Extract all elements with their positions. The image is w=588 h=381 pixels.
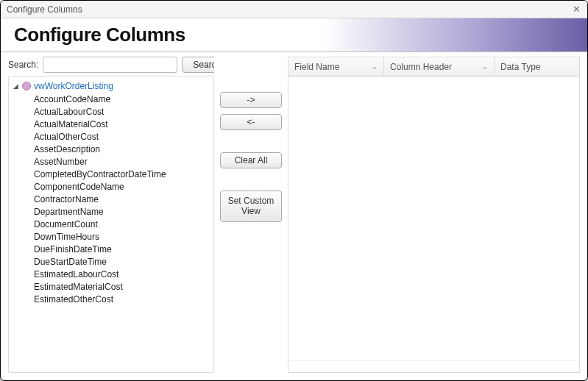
- tree-item[interactable]: ComponentCodeName: [34, 180, 213, 193]
- set-custom-view-button[interactable]: Set Custom View: [220, 190, 282, 222]
- search-row: Search: Search: [8, 57, 214, 73]
- dialog-window: Configure Columns ✕ Configure Columns Se…: [0, 0, 588, 381]
- column-header-data-type[interactable]: Data Type: [495, 57, 579, 76]
- column-header-label: Field Name: [294, 62, 339, 72]
- remove-column-button[interactable]: <-: [220, 114, 282, 130]
- entity-icon: [22, 82, 31, 90]
- grid-body[interactable]: [288, 76, 579, 360]
- column-header-label: Column Header: [390, 62, 452, 72]
- add-column-button[interactable]: ->: [220, 92, 282, 108]
- page-title: Configure Columns: [14, 24, 185, 46]
- tree-item[interactable]: EstimatedOtherCost: [34, 293, 213, 305]
- tree-item[interactable]: ContractorName: [34, 193, 213, 205]
- chevron-down-icon: ⌄: [482, 63, 488, 71]
- columns-grid: Field Name ⌄ Column Header ⌄ Data Type: [288, 57, 580, 373]
- content-area: Search: Search ◢ vwWorkOrderListing Acco…: [1, 52, 587, 380]
- tree-item[interactable]: AccountCodeName: [34, 93, 213, 105]
- tree-item[interactable]: DepartmentName: [34, 205, 213, 218]
- tree-item[interactable]: ActualOtherCost: [34, 130, 213, 143]
- tree-item[interactable]: EstimatedMaterialCost: [34, 280, 213, 293]
- column-header-field-name[interactable]: Field Name ⌄: [288, 57, 384, 76]
- tree-item[interactable]: DocumentCount: [34, 218, 213, 230]
- middle-button-panel: -> <- Clear All Set Custom View: [214, 57, 288, 373]
- window-title: Configure Columns: [7, 4, 82, 15]
- tree-item[interactable]: DueFinishDateTime: [34, 243, 213, 255]
- tree-container: ◢ vwWorkOrderListing AccountCodeNameActu…: [8, 76, 214, 373]
- column-header-column-header[interactable]: Column Header ⌄: [384, 57, 495, 76]
- tree-item[interactable]: AssetNumber: [34, 155, 213, 168]
- close-icon[interactable]: ✕: [571, 4, 581, 15]
- collapse-icon[interactable]: ◢: [12, 82, 19, 90]
- tree-children: AccountCodeNameActualLabourCostActualMat…: [12, 93, 213, 305]
- tree-item[interactable]: EstimatedLabourCost: [34, 268, 213, 280]
- chevron-down-icon: ⌄: [372, 63, 378, 71]
- tree-item[interactable]: ActualMaterialCost: [34, 118, 213, 130]
- tree-item[interactable]: ActualLabourCost: [34, 105, 213, 118]
- tree-item[interactable]: AssetDescription: [34, 143, 213, 155]
- left-panel: Search: Search ◢ vwWorkOrderListing Acco…: [8, 57, 214, 373]
- search-label: Search:: [8, 60, 38, 70]
- field-tree[interactable]: ◢ vwWorkOrderListing AccountCodeNameActu…: [9, 76, 213, 372]
- search-input[interactable]: [43, 57, 177, 73]
- clear-all-button[interactable]: Clear All: [220, 152, 282, 168]
- tree-root-row[interactable]: ◢ vwWorkOrderListing: [12, 79, 213, 93]
- titlebar: Configure Columns ✕: [1, 1, 587, 18]
- tree-root-label: vwWorkOrderListing: [34, 81, 113, 91]
- banner: Configure Columns: [1, 18, 587, 52]
- tree-item[interactable]: DownTimeHours: [34, 230, 213, 243]
- column-header-label: Data Type: [500, 62, 540, 72]
- tree-item[interactable]: DueStartDateTime: [34, 255, 213, 268]
- grid-header: Field Name ⌄ Column Header ⌄ Data Type: [288, 57, 579, 76]
- tree-item[interactable]: CompletedByContractorDateTime: [34, 168, 213, 180]
- right-panel: Field Name ⌄ Column Header ⌄ Data Type: [288, 57, 580, 373]
- search-button[interactable]: Search: [182, 57, 214, 73]
- grid-horizontal-scrollbar[interactable]: [288, 360, 579, 372]
